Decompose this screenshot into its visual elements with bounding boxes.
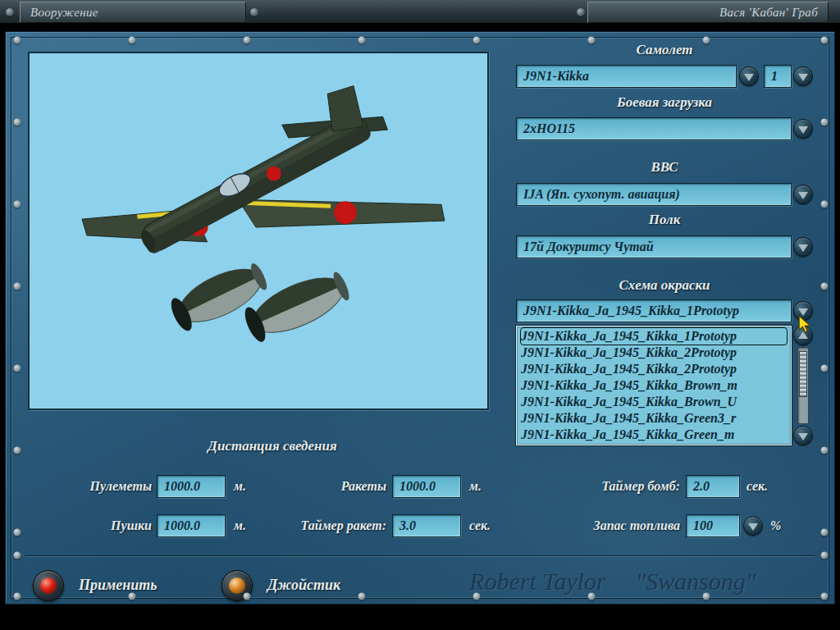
rocket-timer-input[interactable]: 3.0 [392, 514, 461, 537]
aircraft-combobox[interactable]: J9N1-Kikka [516, 65, 737, 88]
fuel-input[interactable]: 100 [686, 514, 740, 537]
rockets-label: Ракеты [272, 475, 386, 498]
joystick-button-dome-icon [229, 578, 245, 594]
joystick-button-label: Джойстик [267, 570, 340, 600]
rivet-icon [14, 365, 21, 372]
rivet-icon [358, 593, 366, 600]
titlebar: Вооружение Вася 'Кабан' Граб [0, 0, 840, 25]
rivet-icon [473, 37, 481, 44]
fuel-label: Запас топлива [514, 514, 680, 537]
apply-button-label: Применить [79, 570, 158, 600]
rivet-icon [244, 593, 251, 600]
chevron-down-icon [798, 74, 808, 81]
cannons-input[interactable]: 1000.0 [157, 514, 226, 537]
bomb-timer-input[interactable]: 2.0 [686, 475, 740, 498]
rivet-icon [821, 529, 829, 536]
paint-scheme-option[interactable]: J9N1-Kikka_Ja_1945_Kikka_Brown_m [521, 377, 787, 394]
regiment-combobox[interactable]: 17й Докуритсу Чутай [516, 235, 792, 258]
fuel-dropdown-button[interactable] [743, 516, 763, 536]
bomb-timer-label: Таймер бомб: [531, 475, 680, 498]
loadout-combobox[interactable]: 2xHO115 [516, 117, 792, 140]
screw-icon [577, 8, 585, 16]
screw-icon [6, 8, 14, 16]
cannons-label: Пушки [30, 514, 152, 537]
paint-scheme-option[interactable]: J9N1-Kikka_Ja_1945_Kikka_2Prototyp [521, 361, 787, 377]
scrollbar-track[interactable] [797, 347, 809, 424]
aircraft-dropdown-button[interactable] [739, 66, 759, 86]
rivet-icon [821, 201, 829, 208]
paint-scheme-option[interactable]: J9N1-Kikka_Ja_1945_Kikka_Green3_r [521, 410, 787, 427]
rivet-icon [129, 593, 136, 600]
bomb-timer-unit: сек. [746, 475, 768, 498]
rivet-icon [588, 37, 596, 44]
watermark: Robert Taylor "Swansong" [432, 564, 793, 600]
chevron-down-icon [748, 523, 758, 531]
rivet-icon [14, 283, 21, 290]
main-panel: Самолет J9N1-Kikka 1 Боевая загрузка 2xH… [5, 31, 835, 605]
screw-icon [250, 8, 258, 16]
watermark-name: Robert Taylor [469, 564, 605, 600]
chevron-down-icon [798, 126, 808, 134]
chevron-down-icon [798, 308, 808, 316]
rivet-icon [703, 37, 710, 44]
rivet-icon [14, 529, 21, 536]
player-name: Вася 'Кабан' Граб [719, 6, 818, 19]
chevron-down-icon [798, 433, 808, 441]
watermark-quote: "Swansong" [636, 564, 756, 600]
rivet-icon [14, 552, 21, 559]
paint-scheme-option[interactable]: J9N1-Kikka_Ja_1945_Kikka_1Prototyp [521, 328, 787, 345]
cannons-unit: м. [234, 514, 246, 537]
fuel-unit: % [770, 514, 781, 537]
rivet-icon [588, 593, 596, 600]
chevron-down-icon [798, 192, 808, 199]
scroll-down-button[interactable] [793, 426, 813, 445]
rivet-icon [821, 552, 829, 559]
paint-scheme-list: J9N1-Kikka_Ja_1945_Kikka_1PrototypJ9N1-K… [516, 326, 792, 445]
rivet-icon [821, 447, 829, 454]
rivet-icon [14, 447, 21, 454]
regiment-dropdown-button[interactable] [793, 237, 813, 257]
rockets-input[interactable]: 1000.0 [392, 475, 461, 498]
paint-scheme-section-label: Схема окраски [516, 277, 813, 294]
apply-button-dome-icon [40, 578, 57, 594]
paint-scheme-option[interactable]: J9N1-Kikka_Ja_1945_Kikka_Brown_U [521, 394, 787, 410]
aircraft-section-label: Самолет [516, 42, 813, 58]
airforce-section-label: ВВС [516, 159, 813, 176]
aircraft-count-field[interactable]: 1 [764, 65, 792, 88]
footer-divider [25, 555, 815, 557]
loadout-dropdown-button[interactable] [793, 119, 813, 139]
paint-scheme-combobox[interactable]: J9N1-Kikka_Ja_1945_Kikka_1Prototyp [516, 299, 792, 322]
rockets-unit: м. [469, 475, 482, 498]
rivet-icon [14, 593, 21, 600]
tab-armament[interactable]: Вооружение [20, 2, 246, 23]
rivet-icon [14, 37, 21, 44]
machine-guns-input[interactable]: 1000.0 [157, 475, 226, 498]
rivet-icon [821, 119, 829, 126]
rivet-icon [244, 37, 251, 44]
apply-button[interactable] [33, 570, 64, 601]
paint-scheme-option[interactable]: J9N1-Kikka_Ja_1945_Kikka_2Prototyp [521, 345, 787, 361]
aircraft-preview [28, 52, 489, 410]
machine-guns-unit: м. [234, 475, 246, 498]
chevron-down-icon [744, 74, 754, 81]
regiment-section-label: Полк [516, 212, 813, 228]
rivet-icon [821, 37, 829, 44]
chevron-down-icon [798, 244, 808, 252]
aircraft-count-dropdown-button[interactable] [793, 66, 813, 86]
rocket-timer-unit: сек. [469, 514, 491, 537]
rivet-icon [358, 37, 366, 44]
scrollbar-thumb[interactable] [799, 351, 807, 397]
chevron-up-icon [798, 331, 808, 339]
airforce-combobox[interactable]: IJA (Яп. сухопут. авиация) [516, 183, 792, 206]
tab-armament-label: Вооружение [30, 6, 98, 19]
player-name-plate: Вася 'Кабан' Граб [587, 2, 829, 23]
rivet-icon [821, 365, 829, 372]
paint-scheme-dropdown-button[interactable] [793, 301, 813, 321]
rivet-icon [703, 593, 710, 600]
rocket-timer-label: Таймер ракет: [252, 514, 386, 537]
scroll-up-button[interactable] [793, 326, 813, 345]
loadout-section-label: Боевая загрузка [516, 94, 813, 111]
airforce-dropdown-button[interactable] [793, 185, 813, 204]
convergence-title: Дистанция сведения [112, 438, 432, 454]
paint-scheme-option[interactable]: J9N1-Kikka_Ja_1945_Kikka_Green_m [521, 427, 787, 443]
